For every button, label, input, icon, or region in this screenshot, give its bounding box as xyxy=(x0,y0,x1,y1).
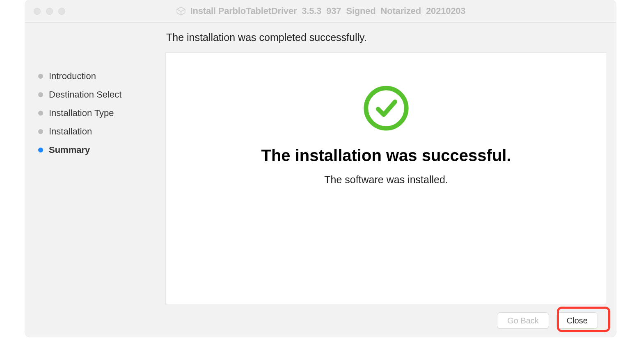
sidebar-step-summary: Summary xyxy=(38,141,165,159)
page-heading: The installation was completed successfu… xyxy=(166,32,607,43)
close-button[interactable]: Close xyxy=(556,312,598,329)
step-dot-icon xyxy=(38,74,43,79)
traffic-lights xyxy=(25,8,65,15)
minimize-window-icon[interactable] xyxy=(46,8,53,15)
go-back-button-label: Go Back xyxy=(507,316,539,325)
success-subtitle: The software was installed. xyxy=(324,174,448,186)
window-title: Install ParbloTabletDriver_3.5.3_937_Sig… xyxy=(190,6,466,16)
step-dot-icon xyxy=(38,111,43,116)
step-dot-icon xyxy=(38,148,43,152)
step-label: Destination Select xyxy=(49,89,121,100)
result-panel: The installation was successful. The sof… xyxy=(165,52,607,304)
success-title: The installation was successful. xyxy=(261,146,511,165)
step-dot-icon xyxy=(38,129,43,134)
step-label: Introduction xyxy=(49,71,96,82)
step-label: Installation xyxy=(49,126,92,137)
footer: Go Back Close xyxy=(165,304,607,337)
package-icon xyxy=(176,6,186,16)
step-label: Installation Type xyxy=(49,108,114,118)
close-button-label: Close xyxy=(567,316,588,325)
main-content: The installation was completed successfu… xyxy=(165,23,616,337)
sidebar-step-introduction: Introduction xyxy=(38,67,165,85)
titlebar: Install ParbloTabletDriver_3.5.3_937_Sig… xyxy=(25,0,616,23)
installer-window: Install ParbloTabletDriver_3.5.3_937_Sig… xyxy=(25,0,616,337)
go-back-button: Go Back xyxy=(497,312,549,329)
step-label: Summary xyxy=(49,145,90,155)
step-dot-icon xyxy=(38,92,43,97)
checkmark-circle-icon xyxy=(362,84,410,134)
close-window-icon[interactable] xyxy=(34,8,41,15)
sidebar: Introduction Destination Select Installa… xyxy=(25,23,165,337)
sidebar-step-installation-type: Installation Type xyxy=(38,104,165,122)
svg-point-0 xyxy=(366,88,406,128)
sidebar-step-installation: Installation xyxy=(38,122,165,141)
sidebar-step-destination-select: Destination Select xyxy=(38,85,165,104)
zoom-window-icon[interactable] xyxy=(58,8,65,15)
window-title-wrap: Install ParbloTabletDriver_3.5.3_937_Sig… xyxy=(25,6,616,16)
window-body: Introduction Destination Select Installa… xyxy=(25,23,616,337)
